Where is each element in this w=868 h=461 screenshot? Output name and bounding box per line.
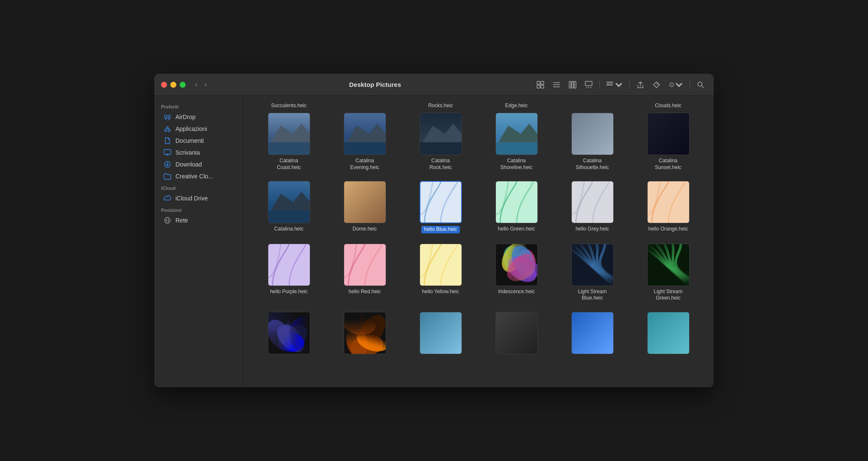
catalina-silhouette-name: CatalinaSilhouette.heic [576,158,609,171]
svg-rect-9 [574,81,576,88]
partial-thumb-3 [420,312,462,354]
partial-thumb-4 [495,312,538,354]
light-stream-blue-thumb [571,244,614,286]
file-item-catalina-sunset[interactable]: CatalinaSunset.heic [631,109,705,174]
file-item-hello-grey[interactable]: hello Grey.heic [555,178,629,237]
svg-point-24 [164,130,167,132]
apps-icon [164,125,171,133]
tag-button[interactable] [650,79,663,90]
hello-yellow-thumb [420,244,462,286]
titlebar: ‹ › Desktop Pictures [154,74,714,96]
file-item-partial-5[interactable] [555,308,629,360]
sidebar-item-rete[interactable]: Rete [157,214,240,226]
list-view-button[interactable] [550,79,563,90]
file-item-partial-3[interactable] [403,308,478,360]
sidebar-item-airdrop[interactable]: AirDrop [157,111,240,123]
sidebar-item-documenti-label: Documenti [175,137,204,144]
maximize-button[interactable] [180,82,186,88]
file-item-partial-2[interactable] [328,308,402,360]
desktop-icon [164,149,171,156]
file-item-catalina-silhouette[interactable]: CatalinaSilhouette.heic [555,109,629,174]
hello-grey-thumb [571,181,614,223]
file-item-catalina-rock[interactable]: CatalinaRock.heic [403,109,478,174]
content-area: Preferiti AirDrop [154,96,714,387]
file-item-light-stream-green[interactable]: Light StreamGreen.heic [631,240,705,305]
file-item-catalina-coast[interactable]: CatalinaCoast.heic [252,109,326,174]
sidebar-item-documenti[interactable]: Documenti [157,135,240,147]
hello-purple-thumb [268,244,310,286]
catalina-sunset-name: CatalinaSunset.heic [655,158,682,171]
partial-thumb-2 [344,312,386,354]
sidebar-item-applicazioni[interactable]: Applicazioni [157,123,240,135]
sidebar-item-creative[interactable]: Creative Clo... [157,170,240,182]
svg-rect-2 [537,85,540,88]
file-item-iridescence[interactable]: Iridescence.heic [479,240,554,305]
file-item-light-stream-blue[interactable]: Light StreamBlue.heic [555,240,629,305]
file-item-hello-blue[interactable]: hello Blue.heic [403,178,478,237]
forward-button[interactable]: › [202,79,209,90]
hello-green-name: hello Green.heic [498,226,535,233]
airdrop-icon [164,113,171,121]
download-icon [164,161,171,168]
svg-rect-14 [607,82,608,83]
file-item-partial-4[interactable] [479,308,554,360]
toolbar-divider-1 [599,81,600,89]
icon-view-button[interactable] [534,79,547,90]
light-stream-green-name: Light StreamGreen.heic [654,289,682,302]
gallery-view-button[interactable] [582,79,595,90]
main-content: Succulents.heic Rocks.heic Edge.heic Clo… [243,96,714,387]
light-stream-blue-name: Light StreamBlue.heic [578,289,606,302]
hello-green-thumb [495,181,538,223]
svg-rect-15 [609,82,610,83]
share-button[interactable] [634,79,647,90]
svg-point-23 [166,116,169,118]
catalina-coast-name: CatalinaCoast.heic [277,158,301,171]
more-button[interactable]: ⊙ [666,79,685,90]
search-button[interactable] [694,79,707,90]
svg-rect-7 [569,81,571,88]
files-grid: CatalinaCoast.heic CatalinaEvening.heic … [252,109,705,360]
traffic-lights [161,82,186,88]
iridescence-name: Iridescence.heic [498,289,535,295]
dome-thumb [344,181,386,223]
catalina-name: Catalina.heic [274,226,303,233]
top-label-1 [328,103,402,108]
toolbar-right: ⊙ [534,79,707,90]
file-item-hello-green[interactable]: hello Green.heic [479,178,554,237]
file-item-partial-1[interactable] [252,308,326,360]
hello-grey-name: hello Grey.heic [576,226,609,233]
file-item-dome[interactable]: Dome.heic [328,178,402,237]
file-item-catalina[interactable]: Catalina.heic [252,178,326,237]
back-button[interactable]: ‹ [192,79,200,90]
sidebar-item-download[interactable]: Download [157,158,240,170]
file-item-catalina-evening[interactable]: CatalinaEvening.heic [328,109,402,174]
finder-window: ‹ › Desktop Pictures [154,74,714,387]
sidebar-item-scrivania[interactable]: Scrivania [157,147,240,158]
sidebar: Preferiti AirDrop [154,96,243,387]
file-item-hello-yellow[interactable]: hello Yellow.heic [403,240,478,305]
sidebar-item-scrivania-label: Scrivania [175,149,200,156]
file-item-catalina-shoreline[interactable]: CatalinaShoreline.heic [479,109,554,174]
hello-yellow-name: hello Yellow.heic [422,289,459,295]
column-view-button[interactable] [566,79,579,90]
file-item-hello-purple[interactable]: hello Purple.heic [252,240,326,305]
catalina-evening-name: CatalinaEvening.heic [350,158,379,171]
hello-red-name: hello Red.heic [348,289,381,295]
svg-line-22 [702,86,704,88]
dome-name: Dome.heic [353,226,377,233]
partial-thumb-1 [268,312,310,354]
file-item-partial-6[interactable] [631,308,705,360]
close-button[interactable] [161,82,167,88]
catalina-coast-thumb [268,113,310,155]
top-label-5: Clouds.heic [631,103,705,108]
catalina-silhouette-thumb [571,113,614,155]
sidebar-section-preferiti: Preferiti [154,101,243,111]
file-item-hello-red[interactable]: hello Red.heic [328,240,402,305]
sidebar-item-applicazioni-label: Applicazioni [175,125,207,132]
file-item-hello-orange[interactable]: hello Orange.heic [631,178,705,237]
minimize-button[interactable] [170,82,176,88]
svg-rect-18 [609,84,610,85]
sidebar-item-icloud-drive[interactable]: iCloud Drive [157,192,240,204]
group-button[interactable] [604,79,625,90]
svg-rect-19 [611,84,612,85]
